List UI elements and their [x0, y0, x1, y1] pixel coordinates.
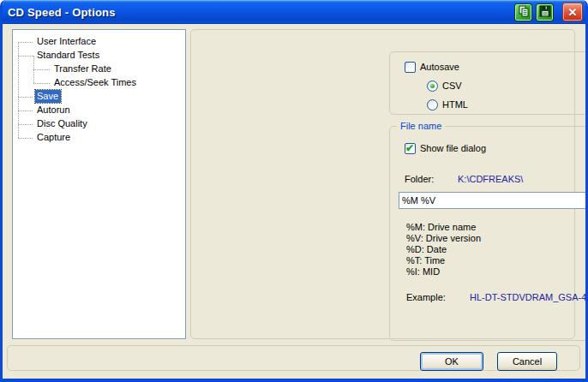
options-tree[interactable]: User InterfaceStandard TestsTransfer Rat…	[12, 29, 186, 339]
radio-option-html[interactable]: HTML	[427, 98, 468, 111]
placeholder-legend-line: %V: Drive version	[406, 233, 481, 244]
close-icon: ✕	[568, 6, 578, 19]
tree-item-access-seek-times[interactable]: Access/Seek Times	[13, 76, 185, 90]
tree-item-capture[interactable]: Capture	[13, 131, 185, 145]
tree-item-label[interactable]: Capture	[35, 131, 73, 144]
filename-pattern-input[interactable]	[399, 192, 588, 209]
format-options: CSVHTML	[427, 79, 468, 116]
placeholder-legend-line: %I: MID	[406, 266, 481, 278]
titlebar-buttons: ✕	[511, 0, 583, 24]
file-name-groupbox: File name Show file dialog Folder: K:\CD…	[389, 126, 588, 341]
save-button[interactable]	[536, 3, 554, 21]
file-name-group-title: File name	[397, 120, 445, 132]
placeholder-legend-line: %D: Date	[406, 244, 481, 255]
radio-label[interactable]: CSV	[442, 81, 462, 91]
example-label: Example:	[406, 292, 446, 303]
tree-item-save[interactable]: Save	[13, 90, 185, 104]
close-button[interactable]: ✕	[562, 3, 583, 21]
autosave-checkbox-row[interactable]: Autosave	[405, 62, 459, 73]
example-value: HL-DT-STDVDRAM_GSA-4167B_DL13	[470, 292, 588, 303]
options-dialog-window: CD Speed - Options	[0, 0, 588, 382]
ok-button[interactable]: OK	[420, 352, 483, 371]
tree-item-label[interactable]: Save	[35, 90, 61, 103]
tree-item-label[interactable]: Standard Tests	[35, 49, 102, 62]
autosave-label[interactable]: Autosave	[420, 62, 459, 73]
tree-item-disc-quality[interactable]: Disc Quality	[13, 117, 185, 131]
dialog-client-area: User InterfaceStandard TestsTransfer Rat…	[3, 24, 585, 379]
tree-item-transfer-rate[interactable]: Transfer Rate	[13, 63, 185, 76]
titlebar[interactable]: CD Speed - Options	[0, 0, 588, 24]
tree-item-label[interactable]: Transfer Rate	[52, 63, 114, 75]
tree-item-label[interactable]: Access/Seek Times	[52, 76, 139, 89]
tree-item-label[interactable]: Autorun	[35, 104, 73, 116]
footer-bar	[7, 345, 580, 371]
tree-item-label[interactable]: User Interface	[35, 35, 99, 48]
placeholder-legend: %M: Drive name%V: Drive version%D: Date%…	[406, 222, 481, 278]
folder-path: K:\CDFREAKS\	[458, 174, 523, 185]
tree-item-label[interactable]: Disc Quality	[35, 117, 90, 130]
tree-item-standard-tests[interactable]: Standard Tests	[13, 49, 185, 63]
autosave-checkbox[interactable]	[405, 62, 416, 73]
copy-icon	[518, 5, 530, 19]
placeholder-legend-line: %T: Time	[406, 255, 481, 266]
copy-button[interactable]	[514, 3, 532, 21]
window-title: CD Speed - Options	[0, 6, 116, 19]
show-file-dialog-checkbox-row[interactable]: Show file dialog	[405, 143, 486, 154]
radio-option-csv[interactable]: CSV	[427, 79, 468, 93]
floppy-save-icon	[539, 5, 551, 19]
folder-label: Folder:	[405, 174, 434, 185]
radio-icon[interactable]	[427, 81, 438, 92]
tree-item-user-interface[interactable]: User Interface	[13, 35, 185, 49]
settings-panel: Autosave Include status CSVHTML File nam…	[190, 29, 575, 339]
radio-label[interactable]: HTML	[442, 99, 468, 110]
tree-item-autorun[interactable]: Autorun	[13, 104, 185, 117]
show-file-dialog-label[interactable]: Show file dialog	[420, 143, 486, 154]
show-file-dialog-checkbox[interactable]	[405, 143, 416, 154]
autosave-groupbox: Autosave Include status CSVHTML	[389, 51, 588, 115]
placeholder-legend-line: %M: Drive name	[406, 222, 481, 233]
radio-icon[interactable]	[427, 99, 438, 110]
cancel-button[interactable]: Cancel	[497, 352, 557, 371]
